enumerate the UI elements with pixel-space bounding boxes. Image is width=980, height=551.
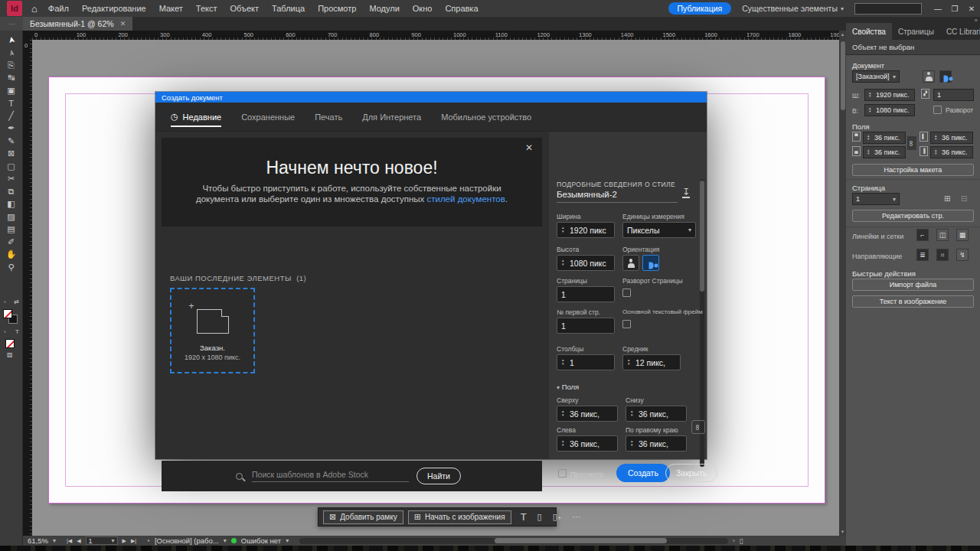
margins-section-header[interactable]: ▾ Поля xyxy=(557,383,579,391)
recent-document-card[interactable]: + Заказн. 1920 x 1080 пикс. xyxy=(170,288,255,373)
tab-close-icon[interactable]: ✕ xyxy=(120,20,126,28)
tab-recent[interactable]: ◷ Недавние xyxy=(171,103,221,132)
link-margins-icon[interactable]: ∞ xyxy=(907,136,916,150)
add-page-icon[interactable]: ⊞ xyxy=(944,194,950,203)
margin-inside-field[interactable]: ▲▼ 36 пикс. xyxy=(930,132,973,144)
stepper-icon[interactable]: ▲▼ xyxy=(934,135,939,142)
portrait-orientation-button[interactable] xyxy=(923,70,935,83)
app-search-input[interactable] xyxy=(854,3,922,15)
link-margins-icon[interactable]: ∞ xyxy=(691,420,705,434)
gap-tool[interactable]: ↹ xyxy=(3,72,20,85)
hero-close-icon[interactable]: ✕ xyxy=(525,142,533,153)
facing-pages-checkbox[interactable] xyxy=(933,106,942,114)
edit-page-button[interactable]: Редактировать стр. xyxy=(852,210,974,222)
stepper-icon[interactable]: ▲▼ xyxy=(868,92,874,99)
vertical-scrollbar[interactable]: ▲ ▼ xyxy=(839,31,846,536)
menu-help[interactable]: Справка xyxy=(445,4,478,13)
preflight-profile[interactable]: [Основной] (рабо... xyxy=(155,536,219,545)
stepper-icon[interactable]: ▲▼ xyxy=(934,149,939,156)
more-options-icon[interactable]: ⋯ xyxy=(573,512,581,522)
apply-none-swatch[interactable] xyxy=(5,339,15,348)
swap-fill-stroke-icon[interactable]: ⇄ xyxy=(14,298,19,305)
frame-tool[interactable]: ⊠ xyxy=(3,148,20,161)
menu-object[interactable]: Объект xyxy=(230,4,259,13)
h-ruler[interactable]: 0100200300400500600700800900100011001200… xyxy=(32,31,839,40)
page-icon[interactable]: ▯ xyxy=(537,512,542,522)
snap-guides-icon[interactable]: ↯ xyxy=(956,249,969,261)
units-dropdown[interactable]: Пикселы ▾ xyxy=(622,222,696,238)
menu-window[interactable]: Окно xyxy=(413,4,433,13)
stepper-icon[interactable]: ▲▼ xyxy=(561,259,567,266)
formatting-container-icon[interactable]: ▫ xyxy=(4,328,6,335)
margin-left-field[interactable]: ▲▼ 36 пикс, xyxy=(557,435,618,452)
menu-type[interactable]: Текст xyxy=(196,4,217,13)
formatting-text-icon[interactable]: T xyxy=(15,328,19,335)
margin-top-field[interactable]: ▲▼ 36 пикс. xyxy=(863,132,906,144)
gradient-tool[interactable]: ◧ xyxy=(3,198,20,211)
gutter-field[interactable]: ▲▼ 12 пикс, xyxy=(622,354,681,370)
ruler-corner[interactable] xyxy=(23,31,32,40)
menu-file[interactable]: Файл xyxy=(48,4,69,13)
minimize-button[interactable]: — xyxy=(929,5,946,13)
column-guides-icon[interactable]: ◫ xyxy=(936,229,949,241)
stepper-icon[interactable]: ▲▼ xyxy=(630,410,635,417)
spread-view-icon[interactable]: ▯ xyxy=(740,537,743,545)
free-transform-tool[interactable]: ⧉ xyxy=(3,185,20,198)
facing-pages-checkbox[interactable] xyxy=(622,289,631,297)
stepper-icon[interactable]: ▲▼ xyxy=(561,440,567,447)
horizontal-scrollbar[interactable] xyxy=(299,538,728,544)
start-with-image-button[interactable]: ⊞ Начать с изображения xyxy=(408,510,511,524)
prev-page-button[interactable]: ◀ xyxy=(77,538,80,544)
workspace-switcher[interactable]: Существенные элементы xyxy=(742,4,838,13)
tab-pages[interactable]: Страницы xyxy=(892,23,940,40)
text-to-image-button[interactable]: Текст в изображение xyxy=(852,295,974,308)
landscape-orientation-button[interactable] xyxy=(939,70,952,83)
tab-properties[interactable]: Свойства xyxy=(846,23,892,40)
note-tool[interactable]: ▤ xyxy=(3,223,20,236)
last-page-button[interactable]: ▶| xyxy=(131,538,136,544)
preflight-chevron-icon[interactable]: ▾ xyxy=(224,537,227,544)
screen-mode-icon[interactable]: ▨ xyxy=(7,351,13,358)
vertical-scroll-thumb[interactable] xyxy=(841,41,845,110)
zoom-level[interactable]: 61,5% xyxy=(28,536,48,545)
line-tool[interactable]: ╱ xyxy=(3,109,20,122)
type-tool-icon[interactable]: T xyxy=(521,511,527,523)
default-swatches-icon[interactable]: ▫ xyxy=(4,298,6,305)
pencil-tool[interactable]: ✎ xyxy=(3,135,20,148)
margin-bottom-field[interactable]: ▲▼ 36 пикс, xyxy=(626,406,687,422)
save-preset-icon[interactable]: ↧ xyxy=(682,188,690,198)
preset-dropdown[interactable]: [Заказной] ▾ xyxy=(852,70,900,83)
rectangle-tool[interactable]: ▢ xyxy=(3,160,20,173)
menu-edit[interactable]: Редактирование xyxy=(82,4,146,13)
create-button[interactable]: Создать xyxy=(616,464,670,482)
rulers-toggle-icon[interactable]: ⌐ xyxy=(916,229,929,241)
pen-tool[interactable]: ✒ xyxy=(3,122,20,135)
stepper-icon[interactable]: ▲▼ xyxy=(561,227,567,233)
publish-button[interactable]: Публикация xyxy=(668,2,732,15)
close-button[interactable]: ✕ xyxy=(963,5,980,13)
next-page-button[interactable]: ▶ xyxy=(122,538,126,544)
page-number-box[interactable]: 1 ▾ xyxy=(86,536,118,545)
stepper-icon[interactable]: ▲▼ xyxy=(868,107,874,114)
type-tool[interactable]: T xyxy=(3,97,20,110)
margin-right-field[interactable]: ▲▼ 36 пикс, xyxy=(626,435,687,452)
portrait-orientation-button[interactable] xyxy=(622,255,639,271)
layout-settings-button[interactable]: Настройка макета xyxy=(852,164,974,176)
preflight-icon[interactable]: ◔ xyxy=(145,536,150,545)
tab-cc-libraries[interactable]: CC Libraries xyxy=(940,23,980,40)
menu-layout[interactable]: Макет xyxy=(159,4,183,13)
scroll-down-icon[interactable]: ▼ xyxy=(839,530,846,534)
margin-top-field[interactable]: ▲▼ 36 пикс, xyxy=(557,406,618,422)
stepper-icon[interactable]: ▲▼ xyxy=(627,359,632,366)
preview-checkbox[interactable] xyxy=(558,469,567,478)
dialog-title-bar[interactable]: Создать документ xyxy=(155,92,707,103)
stepper-icon[interactable]: ▲▼ xyxy=(867,135,872,142)
gradient-feather-tool[interactable]: ▨ xyxy=(3,210,20,223)
tab-print[interactable]: Печать xyxy=(315,103,342,132)
document-name-field[interactable]: Безымянный-2 xyxy=(557,190,678,203)
smart-guides-icon[interactable]: ≣ xyxy=(916,249,929,261)
document-presets-link[interactable]: стилей документов xyxy=(426,194,505,204)
guide-numbers-icon[interactable]: ⌗ xyxy=(936,249,949,261)
scissors-tool[interactable]: ✂ xyxy=(3,173,20,186)
zoom-tool[interactable]: ⚲ xyxy=(3,261,20,274)
